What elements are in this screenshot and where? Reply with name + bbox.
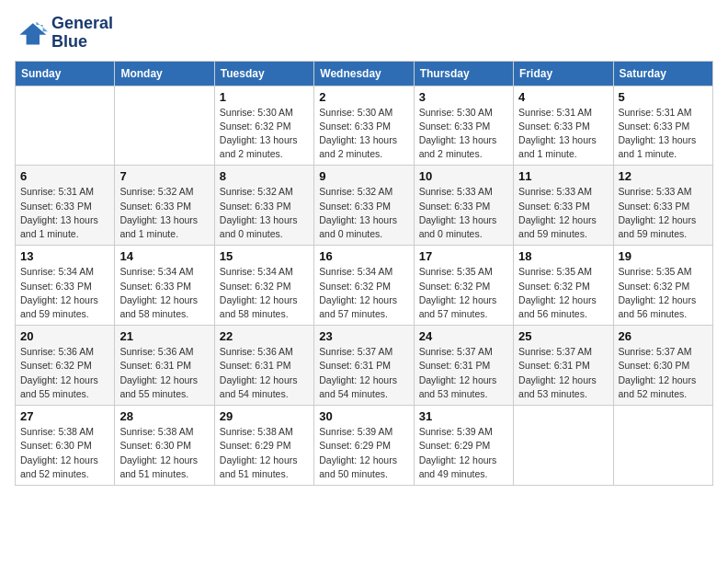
day-info: Sunrise: 5:37 AM Sunset: 6:31 PM Dayligh…: [319, 345, 408, 401]
calendar-cell: [514, 406, 613, 486]
day-info: Sunrise: 5:34 AM Sunset: 6:33 PM Dayligh…: [119, 265, 209, 321]
day-number: 31: [419, 409, 508, 423]
calendar-cell: 11Sunrise: 5:33 AM Sunset: 6:33 PM Dayli…: [514, 166, 613, 246]
weekday-header: Tuesday: [214, 61, 313, 86]
day-info: Sunrise: 5:34 AM Sunset: 6:32 PM Dayligh…: [220, 265, 309, 321]
calendar-cell: [115, 86, 214, 166]
day-info: Sunrise: 5:30 AM Sunset: 6:33 PM Dayligh…: [419, 106, 508, 162]
calendar-cell: 1Sunrise: 5:30 AM Sunset: 6:32 PM Daylig…: [214, 86, 313, 166]
day-number: 4: [518, 90, 608, 104]
calendar-cell: 13Sunrise: 5:34 AM Sunset: 6:33 PM Dayli…: [16, 246, 115, 326]
day-number: 22: [220, 329, 309, 343]
day-number: 8: [220, 169, 309, 183]
day-info: Sunrise: 5:33 AM Sunset: 6:33 PM Dayligh…: [518, 185, 608, 241]
calendar-cell: 23Sunrise: 5:37 AM Sunset: 6:31 PM Dayli…: [314, 326, 414, 406]
calendar-cell: 7Sunrise: 5:32 AM Sunset: 6:33 PM Daylig…: [115, 166, 214, 246]
day-number: 21: [119, 329, 209, 343]
day-number: 26: [619, 329, 708, 343]
day-number: 15: [220, 249, 309, 263]
calendar-cell: 3Sunrise: 5:30 AM Sunset: 6:33 PM Daylig…: [414, 86, 513, 166]
calendar-cell: 22Sunrise: 5:36 AM Sunset: 6:31 PM Dayli…: [214, 326, 313, 406]
day-number: 27: [20, 409, 109, 423]
day-info: Sunrise: 5:37 AM Sunset: 6:31 PM Dayligh…: [518, 345, 608, 401]
day-info: Sunrise: 5:32 AM Sunset: 6:33 PM Dayligh…: [220, 185, 309, 241]
weekday-header: Wednesday: [314, 61, 414, 86]
day-info: Sunrise: 5:33 AM Sunset: 6:33 PM Dayligh…: [619, 185, 708, 241]
calendar-cell: 26Sunrise: 5:37 AM Sunset: 6:30 PM Dayli…: [613, 326, 712, 406]
calendar-week-row: 13Sunrise: 5:34 AM Sunset: 6:33 PM Dayli…: [16, 246, 713, 326]
day-info: Sunrise: 5:33 AM Sunset: 6:33 PM Dayligh…: [419, 185, 508, 241]
calendar-cell: 9Sunrise: 5:32 AM Sunset: 6:33 PM Daylig…: [314, 166, 414, 246]
day-number: 16: [319, 249, 408, 263]
calendar-cell: 8Sunrise: 5:32 AM Sunset: 6:33 PM Daylig…: [214, 166, 313, 246]
calendar-cell: 10Sunrise: 5:33 AM Sunset: 6:33 PM Dayli…: [414, 166, 513, 246]
calendar-cell: 30Sunrise: 5:39 AM Sunset: 6:29 PM Dayli…: [314, 406, 414, 486]
day-number: 25: [518, 329, 608, 343]
calendar-header-row: SundayMondayTuesdayWednesdayThursdayFrid…: [16, 61, 713, 86]
day-info: Sunrise: 5:37 AM Sunset: 6:31 PM Dayligh…: [419, 345, 508, 401]
day-info: Sunrise: 5:36 AM Sunset: 6:31 PM Dayligh…: [119, 345, 209, 401]
calendar-cell: 18Sunrise: 5:35 AM Sunset: 6:32 PM Dayli…: [514, 246, 613, 326]
calendar-cell: 25Sunrise: 5:37 AM Sunset: 6:31 PM Dayli…: [514, 326, 613, 406]
calendar-week-row: 27Sunrise: 5:38 AM Sunset: 6:30 PM Dayli…: [16, 406, 713, 486]
calendar-cell: 21Sunrise: 5:36 AM Sunset: 6:31 PM Dayli…: [115, 326, 214, 406]
day-info: Sunrise: 5:35 AM Sunset: 6:32 PM Dayligh…: [619, 265, 708, 321]
day-number: 3: [419, 90, 508, 104]
day-number: 30: [319, 409, 408, 423]
day-info: Sunrise: 5:30 AM Sunset: 6:32 PM Dayligh…: [220, 106, 309, 162]
day-info: Sunrise: 5:39 AM Sunset: 6:29 PM Dayligh…: [319, 425, 408, 481]
weekday-header: Thursday: [414, 61, 513, 86]
calendar-cell: [613, 406, 712, 486]
weekday-header: Monday: [115, 61, 214, 86]
day-number: 1: [220, 90, 309, 104]
weekday-header: Friday: [514, 61, 613, 86]
day-info: Sunrise: 5:32 AM Sunset: 6:33 PM Dayligh…: [119, 185, 209, 241]
day-number: 18: [518, 249, 608, 263]
day-number: 9: [319, 169, 408, 183]
day-number: 13: [20, 249, 109, 263]
day-info: Sunrise: 5:32 AM Sunset: 6:33 PM Dayligh…: [319, 185, 408, 241]
calendar-cell: 2Sunrise: 5:30 AM Sunset: 6:33 PM Daylig…: [314, 86, 414, 166]
day-info: Sunrise: 5:31 AM Sunset: 6:33 PM Dayligh…: [20, 185, 109, 241]
day-number: 12: [619, 169, 708, 183]
day-info: Sunrise: 5:38 AM Sunset: 6:29 PM Dayligh…: [220, 425, 309, 481]
calendar-cell: 24Sunrise: 5:37 AM Sunset: 6:31 PM Dayli…: [414, 326, 513, 406]
day-number: 5: [619, 90, 708, 104]
logo-icon: [15, 17, 48, 50]
day-info: Sunrise: 5:38 AM Sunset: 6:30 PM Dayligh…: [20, 425, 109, 481]
day-info: Sunrise: 5:31 AM Sunset: 6:33 PM Dayligh…: [518, 106, 608, 162]
day-info: Sunrise: 5:31 AM Sunset: 6:33 PM Dayligh…: [619, 106, 708, 162]
calendar-cell: 19Sunrise: 5:35 AM Sunset: 6:32 PM Dayli…: [613, 246, 712, 326]
day-number: 10: [419, 169, 508, 183]
day-number: 29: [220, 409, 309, 423]
day-info: Sunrise: 5:30 AM Sunset: 6:33 PM Dayligh…: [319, 106, 408, 162]
day-info: Sunrise: 5:39 AM Sunset: 6:29 PM Dayligh…: [419, 425, 508, 481]
calendar-cell: 6Sunrise: 5:31 AM Sunset: 6:33 PM Daylig…: [16, 166, 115, 246]
calendar-week-row: 6Sunrise: 5:31 AM Sunset: 6:33 PM Daylig…: [16, 166, 713, 246]
weekday-header: Sunday: [16, 61, 115, 86]
calendar-cell: 31Sunrise: 5:39 AM Sunset: 6:29 PM Dayli…: [414, 406, 513, 486]
day-number: 14: [119, 249, 209, 263]
weekday-header: Saturday: [613, 61, 712, 86]
calendar-cell: 17Sunrise: 5:35 AM Sunset: 6:32 PM Dayli…: [414, 246, 513, 326]
calendar-cell: [16, 86, 115, 166]
calendar-cell: 14Sunrise: 5:34 AM Sunset: 6:33 PM Dayli…: [115, 246, 214, 326]
day-number: 24: [419, 329, 508, 343]
calendar-week-row: 20Sunrise: 5:36 AM Sunset: 6:32 PM Dayli…: [16, 326, 713, 406]
day-info: Sunrise: 5:38 AM Sunset: 6:30 PM Dayligh…: [119, 425, 209, 481]
calendar-week-row: 1Sunrise: 5:30 AM Sunset: 6:32 PM Daylig…: [16, 86, 713, 166]
day-number: 2: [319, 90, 408, 104]
calendar-cell: 27Sunrise: 5:38 AM Sunset: 6:30 PM Dayli…: [16, 406, 115, 486]
day-number: 17: [419, 249, 508, 263]
day-number: 19: [619, 249, 708, 263]
calendar-cell: 20Sunrise: 5:36 AM Sunset: 6:32 PM Dayli…: [16, 326, 115, 406]
calendar-cell: 15Sunrise: 5:34 AM Sunset: 6:32 PM Dayli…: [214, 246, 313, 326]
calendar-cell: 16Sunrise: 5:34 AM Sunset: 6:32 PM Dayli…: [314, 246, 414, 326]
day-info: Sunrise: 5:36 AM Sunset: 6:31 PM Dayligh…: [220, 345, 309, 401]
calendar-cell: 5Sunrise: 5:31 AM Sunset: 6:33 PM Daylig…: [613, 86, 712, 166]
calendar-cell: 12Sunrise: 5:33 AM Sunset: 6:33 PM Dayli…: [613, 166, 712, 246]
day-number: 23: [319, 329, 408, 343]
logo: General Blue: [15, 15, 113, 52]
day-info: Sunrise: 5:35 AM Sunset: 6:32 PM Dayligh…: [419, 265, 508, 321]
calendar-cell: 28Sunrise: 5:38 AM Sunset: 6:30 PM Dayli…: [115, 406, 214, 486]
